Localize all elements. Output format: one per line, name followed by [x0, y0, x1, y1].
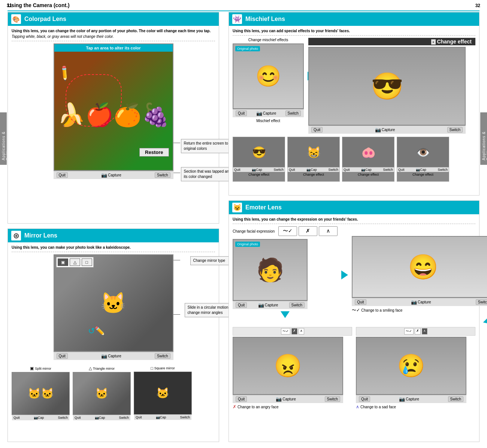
section-arrow-line — [173, 173, 180, 173]
emoter-sad-expr-bar: 〜✓ ✗ ∧ — [356, 327, 475, 336]
emoter-smile-face: 😄 — [353, 237, 487, 297]
mt1-label: Change effect — [233, 172, 285, 177]
msq-cap[interactable]: 📷Cap — [156, 415, 166, 419]
mirror-camera-icon: 📷 — [101, 353, 107, 359]
ms-cap[interactable]: 📷Cap — [34, 416, 44, 420]
mirror-triangle-label: △ Triangle mirror — [89, 366, 115, 371]
mt2-label: Change effect — [288, 172, 339, 177]
mischief-quit-btn-right[interactable]: Quit — [311, 127, 323, 133]
mischief-effect-label: Mischief effect — [233, 119, 304, 123]
emoter-capture-smile[interactable]: 📷 Capture — [411, 299, 431, 305]
camera-icon: 📷 — [101, 172, 107, 178]
emoter-quit-sad[interactable]: Quit — [359, 396, 370, 402]
mirror-split-thumb: ▣ Split mirror 🐱🐱 Quit 📷Cap Switch — [12, 366, 70, 415]
mirror-header: ⊛ Mirror Lens — [8, 229, 219, 242]
emoter-orig-bar: Quit 📷 Capture Switch — [233, 301, 308, 309]
mischief-orig-face: 😊 — [233, 44, 303, 108]
mirror-capture-button[interactable]: 📷 Capture — [101, 353, 121, 359]
mischief-thumb-2: 😸 Quit📷CapSwitch Change effect — [287, 137, 340, 182]
mischief-body: Using this lens, you can add special eff… — [229, 26, 479, 185]
emoter-switch-sad[interactable]: Switch — [448, 396, 463, 402]
mirror-split-btn[interactable]: ▣ — [58, 258, 68, 266]
emoter-capture-angry[interactable]: 📷 Capture — [276, 396, 296, 402]
mt-sw[interactable]: Switch — [119, 416, 129, 420]
mischief-effect-container: • Change effect 😎 Quit 📷 Capture Switch — [308, 38, 475, 134]
colorpad-camera-ui: Tap an area to alter its color 🍌🍎🍊🍇 Rest… — [54, 43, 173, 171]
colorpad-quit-button[interactable]: Quit — [57, 172, 68, 178]
mirror-split-camera: 🐱🐱 Quit 📷Cap Switch — [12, 372, 70, 415]
emoter-left: Change facial expression 〜✓ ✗ ∧ Original… — [233, 226, 338, 318]
emoter-switch-orig[interactable]: Switch — [289, 302, 305, 308]
emoter-right-arrow — [341, 237, 348, 312]
emoter-capture-sad[interactable]: 📷 Capture — [399, 396, 419, 402]
mischief-switch-btn-right[interactable]: Switch — [447, 127, 463, 133]
mischief-header: 👾 Mischief Lens — [229, 12, 479, 26]
mirror-triangle-bar: Quit 📷Cap Switch — [73, 415, 130, 420]
emoter-expr-buttons[interactable]: 〜✓ ✗ ∧ — [278, 226, 338, 236]
emoter-quit-smile[interactable]: Quit — [355, 299, 366, 305]
emoter-sad-arrow — [352, 315, 487, 324]
emoter-sad-label: ∧ Change to a sad face — [356, 404, 475, 409]
emoter-capture-orig[interactable]: 📷 Capture — [258, 302, 278, 308]
colorpad-capture-button[interactable]: 📷 Capture — [101, 172, 121, 178]
emoter-switch-angry[interactable]: Switch — [325, 396, 340, 402]
mischief-orig-camera: Original photo 😊 — [233, 43, 304, 109]
ms-quit[interactable]: Quit — [13, 416, 20, 420]
mischief-thumb-1: 😎 Quit📷CapSwitch Change effect — [233, 137, 285, 182]
mischief-capture-btn-right[interactable]: 📷 Capture — [375, 127, 395, 133]
emoter-angry-label: ✗ Change to an angry face — [233, 404, 352, 409]
emoter-expr-row: Change facial expression 〜✓ ✗ ∧ — [233, 226, 338, 236]
emoter-angry-container: 〜✓ ✗ ∧ 😠 Quit 📷 Capture Switch — [233, 327, 352, 409]
emoter-divider — [233, 224, 475, 224]
emoter-sad-expr-btn[interactable]: ∧ — [319, 226, 338, 236]
mirror-triangle-camera: 🐱 Quit 📷Cap Switch — [73, 372, 131, 415]
emoter-angry-expr-btn[interactable]: ✗ — [299, 226, 317, 236]
colorpad-switch-button[interactable]: Switch — [155, 172, 170, 178]
ms-sw[interactable]: Switch — [58, 416, 68, 420]
mischief-quit-btn-left[interactable]: Quit — [236, 111, 247, 116]
mt-cap[interactable]: 📷Cap — [95, 416, 105, 420]
mirror-split-bar: Quit 📷Cap Switch — [12, 415, 69, 420]
main-header: Using the Camera (cont.) — [7, 0, 480, 11]
emoter-quit-orig[interactable]: Quit — [236, 302, 247, 308]
colorpad-camera-bar: Quit 📷 Capture Switch — [54, 171, 173, 179]
emoter-angry-bar: Quit 📷 Capture Switch — [233, 395, 343, 403]
mt1-bar: Quit📷CapSwitch — [233, 167, 285, 172]
mirror-quit-button[interactable]: Quit — [57, 353, 68, 359]
mischief-effect-camera: 😎 — [308, 47, 466, 125]
colorpad-section: 🎨 Colorpad Lens Using this lens, you can… — [7, 12, 219, 224]
left-side-tab: Applications & Settings — [0, 112, 7, 165]
msq-sw[interactable]: Switch — [180, 415, 190, 419]
mirror-split-label: ▣ Split mirror — [30, 366, 51, 371]
emoter-smile-expr-btn[interactable]: 〜✓ — [278, 226, 297, 236]
emoter-sad-face: 😢 — [357, 337, 466, 394]
mischief-orig-container: Change mischief effects Original photo 😊… — [233, 38, 304, 123]
mirror-camera-ui: ▣ △ □ 🐱 ↺✏️ — [54, 254, 173, 352]
mirror-icon: ⊛ — [11, 230, 21, 241]
mischief-capture-btn-left[interactable]: 📷 Capture — [256, 111, 276, 116]
mischief-effect-bar: Quit 📷 Capture Switch — [308, 125, 466, 134]
mirror-triangle-btn[interactable]: △ — [70, 258, 80, 266]
emoter-sad-bar: Quit 📷 Capture Switch — [356, 395, 466, 403]
colorpad-header: 🎨 Colorpad Lens — [8, 12, 219, 26]
mischief-divider — [233, 35, 475, 36]
emoter-smile-camera: 😄 — [352, 236, 487, 298]
mirror-square-label: □ Square mirror — [151, 366, 175, 370]
mischief-switch-btn-left[interactable]: Switch — [285, 111, 301, 116]
mirror-cat-display: 🐱 — [54, 255, 173, 351]
colorpad-title: Colorpad Lens — [24, 16, 66, 22]
mirror-type-arrow — [173, 260, 180, 260]
msq-quit[interactable]: Quit — [136, 415, 142, 419]
mirror-slide-arrow — [173, 314, 180, 315]
mt-quit[interactable]: Quit — [75, 416, 81, 420]
emoter-quit-angry[interactable]: Quit — [236, 396, 247, 402]
restore-button[interactable]: Restore — [139, 148, 169, 157]
colorpad-desc-italic: Tapping white, black, or gray areas will… — [12, 34, 215, 39]
mirror-type-selector[interactable]: ▣ △ □ — [56, 257, 94, 267]
emoter-switch-smile[interactable]: Switch — [476, 299, 487, 305]
colorpad-divider — [12, 41, 215, 41]
restore-arrow-line — [173, 143, 180, 143]
mirror-switch-button[interactable]: Switch — [155, 353, 170, 359]
mirror-square-btn[interactable]: □ — [82, 258, 92, 266]
colorpad-desc: Using this lens, you can change the colo… — [12, 29, 215, 33]
